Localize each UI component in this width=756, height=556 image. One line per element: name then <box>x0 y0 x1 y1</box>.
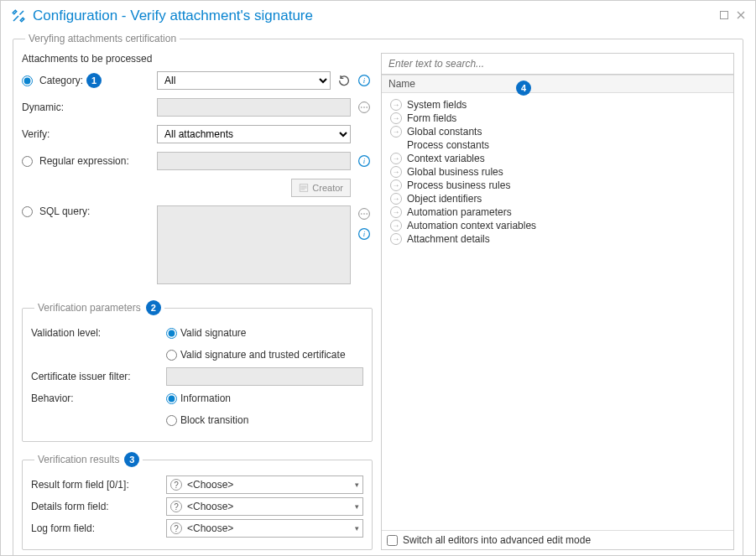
tree-item-form-fields[interactable]: →Form fields <box>387 112 728 125</box>
block-radio[interactable] <box>166 415 177 426</box>
regex-radio[interactable] <box>22 156 33 167</box>
tree-item-system-fields[interactable]: →System fields <box>387 98 728 112</box>
expand-icon: → <box>390 193 402 205</box>
details-field-select[interactable]: ? <Choose> ▾ <box>166 497 363 516</box>
main-fieldset: Veryfing attachments certification Attac… <box>13 33 743 556</box>
tree-item-automation-parameters[interactable]: →Automation parameters <box>387 205 728 219</box>
chevron-down-icon: ▾ <box>355 524 359 533</box>
question-icon: ? <box>170 479 182 491</box>
expand-icon: → <box>390 153 402 164</box>
question-icon: ? <box>170 501 182 512</box>
tree-item-global-business-rules[interactable]: →Global business rules <box>387 165 728 179</box>
result-field-select[interactable]: ? <Choose> ▾ <box>166 475 363 494</box>
dynamic-label: Dynamic: <box>22 101 64 113</box>
search-input[interactable] <box>382 54 733 74</box>
dynamic-row: Dynamic: <box>22 98 373 117</box>
question-icon: ? <box>170 522 182 534</box>
information-option[interactable]: Information <box>166 392 231 404</box>
advanced-mode-label: Switch all editors into advanced edit mo… <box>403 534 591 546</box>
info-icon[interactable]: i <box>356 72 373 89</box>
tree-item-context-variables[interactable]: →Context variables <box>387 152 728 165</box>
expand-icon: → <box>390 179 402 191</box>
result-field-label: Result form field [0/1]: <box>31 479 129 491</box>
refresh-icon[interactable] <box>336 72 352 89</box>
tree-item-attachment-details[interactable]: →Attachment details <box>387 232 728 246</box>
svg-text:i: i <box>363 230 366 238</box>
badge-3: 3 <box>124 452 139 467</box>
ellipsis-icon[interactable] <box>356 205 373 222</box>
valid-signature-option[interactable]: Valid signature <box>166 327 247 339</box>
badge-2: 2 <box>146 300 161 315</box>
ellipsis-icon[interactable] <box>356 99 373 116</box>
svg-point-4 <box>361 107 362 108</box>
verification-params-fieldset: Verification parameters 2 Validation lev… <box>22 300 373 442</box>
badge-1: 1 <box>86 73 102 88</box>
information-radio[interactable] <box>166 393 177 404</box>
svg-point-12 <box>363 213 365 215</box>
content: Veryfing attachments certification Attac… <box>1 28 755 556</box>
info-icon[interactable]: i <box>356 226 373 242</box>
expand-icon: → <box>390 112 402 124</box>
search-wrap <box>382 54 733 75</box>
config-window: Configuration - Verify attachment's sign… <box>0 0 756 556</box>
info-icon[interactable]: i <box>356 153 373 169</box>
svg-point-11 <box>361 213 362 215</box>
verify-row: Verify: All attachments <box>22 125 373 143</box>
log-field-select[interactable]: ? <Choose> ▾ <box>166 519 363 538</box>
category-label: Category: <box>39 75 83 86</box>
window-controls <box>720 10 745 22</box>
advanced-mode-row: Switch all editors into advanced edit mo… <box>382 530 733 549</box>
cert-filter-label: Certificate issuer filter: <box>31 371 131 382</box>
sql-textarea <box>157 205 351 284</box>
svg-point-6 <box>366 107 368 108</box>
chevron-down-icon: ▾ <box>355 481 359 489</box>
svg-point-13 <box>366 213 368 215</box>
tools-icon <box>11 8 26 23</box>
category-row: Category: 1 All i <box>22 71 373 90</box>
category-radio[interactable] <box>22 75 33 86</box>
close-icon[interactable] <box>737 10 745 22</box>
expand-icon: → <box>390 206 402 218</box>
attachments-header: Attachments to be processed <box>22 53 373 65</box>
verification-params-legend: Verification parameters <box>38 302 141 314</box>
creator-row: Creator <box>22 179 373 197</box>
svg-rect-0 <box>721 12 728 19</box>
advanced-mode-checkbox[interactable] <box>387 535 398 546</box>
sql-row: SQL query: i <box>22 205 373 287</box>
category-select[interactable]: All <box>157 71 331 90</box>
svg-text:i: i <box>363 76 366 85</box>
validation-label: Validation level: <box>31 327 101 339</box>
tree-item-process-business-rules[interactable]: →Process business rules <box>387 179 728 192</box>
window-title: Configuration - Verify attachment's sign… <box>33 8 720 24</box>
sql-label: SQL query: <box>39 205 90 217</box>
verification-results-legend: Verification results <box>38 454 119 465</box>
maximize-icon[interactable] <box>720 10 728 22</box>
valid-trusted-radio[interactable] <box>166 350 177 361</box>
valid-trusted-option[interactable]: Valid signature and trusted certificate <box>166 349 346 361</box>
dynamic-input <box>157 98 351 117</box>
tree-item-global-constants[interactable]: →Global constants <box>387 125 728 138</box>
expand-icon: → <box>390 220 402 231</box>
chevron-down-icon: ▾ <box>355 502 359 511</box>
tree-item-process-constants[interactable]: Process constants <box>387 138 728 152</box>
behavior-label: Behavior: <box>31 392 74 404</box>
sql-radio[interactable] <box>22 206 33 217</box>
block-option[interactable]: Block transition <box>166 414 248 426</box>
regex-row: Regular expression: i <box>22 152 373 170</box>
verification-results-fieldset: Verification results 3 Result form field… <box>22 452 373 550</box>
expand-icon: → <box>390 126 402 138</box>
creator-label: Creator <box>312 183 343 193</box>
left-column: Attachments to be processed Category: 1 … <box>22 53 373 550</box>
svg-point-5 <box>363 107 365 108</box>
main-legend: Veryfing attachments certification <box>25 33 180 44</box>
badge-4: 4 <box>516 81 531 96</box>
expand-icon: → <box>390 166 402 178</box>
tree-header: Name <box>382 75 733 93</box>
verify-select[interactable]: All attachments <box>157 125 351 143</box>
tree-item-object-identifiers[interactable]: →Object identifiers <box>387 192 728 205</box>
titlebar: Configuration - Verify attachment's sign… <box>1 1 755 28</box>
log-field-label: Log form field: <box>31 522 95 534</box>
tree-item-automation-context-variables[interactable]: →Automation context variables <box>387 219 728 232</box>
valid-signature-radio[interactable] <box>166 328 177 339</box>
creator-button[interactable]: Creator <box>291 179 351 197</box>
